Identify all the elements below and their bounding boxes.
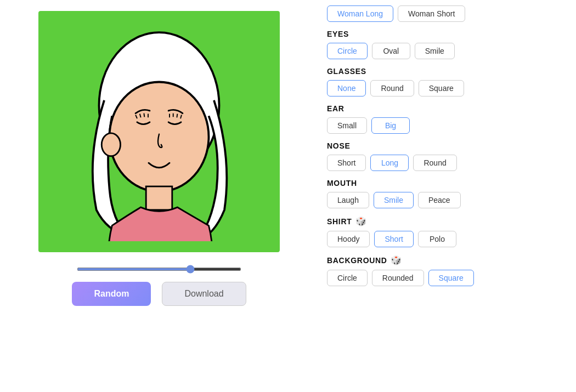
eyes-label: EYES (327, 30, 567, 38)
size-slider[interactable] (77, 268, 241, 271)
buttons-row: Random Download (72, 282, 246, 306)
right-panel: Woman Long Woman Short EYES Circle Oval … (318, 0, 576, 392)
mouth-option-smile[interactable]: Smile (374, 192, 414, 208)
section-eyes: EYES Circle Oval Smile (327, 30, 567, 59)
section-nose: NOSE Short Long Round (327, 141, 567, 171)
nose-label: NOSE (327, 141, 567, 150)
background-dice-icon[interactable]: 🎲 (391, 255, 402, 265)
random-button[interactable]: Random (72, 282, 151, 306)
shirt-option-polo[interactable]: Polo (418, 231, 456, 247)
mouth-label: MOUTH (327, 179, 567, 188)
svg-rect-3 (146, 186, 172, 210)
slider-container (77, 263, 241, 273)
mouth-option-laugh[interactable]: Laugh (327, 192, 369, 208)
svg-point-2 (101, 133, 120, 156)
section-background: BACKGROUND 🎲 Circle Rounded Square (327, 255, 567, 286)
section-shirt: SHIRT 🎲 Hoody Short Polo (327, 216, 567, 247)
background-options: Circle Rounded Square (327, 270, 567, 286)
mouth-options: Laugh Smile Peace (327, 192, 567, 208)
section-ear: EAR Small Big (327, 104, 567, 134)
nose-options: Short Long Round (327, 155, 567, 171)
ear-option-small[interactable]: Small (327, 117, 367, 134)
ear-label: EAR (327, 104, 567, 113)
download-button[interactable]: Download (162, 282, 246, 306)
svg-line-6 (144, 113, 144, 117)
background-option-rounded[interactable]: Rounded (372, 270, 424, 286)
shirt-label: SHIRT 🎲 (327, 216, 567, 226)
glasses-option-none[interactable]: None (327, 80, 366, 96)
eyes-options: Circle Oval Smile (327, 43, 567, 59)
glasses-label: GLASSES (327, 67, 567, 76)
avatar-svg (55, 22, 263, 241)
shirt-option-short[interactable]: Short (374, 231, 413, 247)
hair-option-woman-short[interactable]: Woman Short (398, 5, 465, 22)
avatar-container (38, 11, 280, 252)
eyes-option-oval[interactable]: Oval (372, 43, 410, 59)
eyes-option-circle[interactable]: Circle (327, 43, 368, 59)
hair-option-woman-long[interactable]: Woman Long (327, 5, 393, 22)
shirt-dice-icon[interactable]: 🎲 (355, 216, 367, 226)
glasses-options: None Round Square (327, 80, 567, 96)
section-glasses: GLASSES None Round Square (327, 67, 567, 96)
ear-options: Small Big (327, 117, 567, 134)
background-label: BACKGROUND 🎲 (327, 255, 567, 265)
mouth-option-peace[interactable]: Peace (418, 192, 461, 208)
shirt-option-hoody[interactable]: Hoody (327, 231, 370, 247)
background-option-circle[interactable]: Circle (327, 270, 368, 286)
section-hair: Woman Long Woman Short (327, 5, 567, 22)
background-option-square[interactable]: Square (428, 270, 474, 286)
nose-option-long[interactable]: Long (370, 155, 409, 171)
glasses-option-round[interactable]: Round (370, 80, 414, 96)
svg-line-10 (177, 114, 177, 118)
eyes-option-smile[interactable]: Smile (415, 43, 455, 59)
left-panel: Random Download (0, 0, 318, 392)
glasses-option-square[interactable]: Square (419, 80, 464, 96)
nose-option-round[interactable]: Round (413, 155, 456, 171)
nose-option-short[interactable]: Short (327, 155, 366, 171)
shirt-options: Hoody Short Polo (327, 231, 567, 247)
section-mouth: MOUTH Laugh Smile Peace (327, 179, 567, 208)
hair-options: Woman Long Woman Short (327, 5, 567, 22)
ear-option-big[interactable]: Big (371, 117, 410, 134)
